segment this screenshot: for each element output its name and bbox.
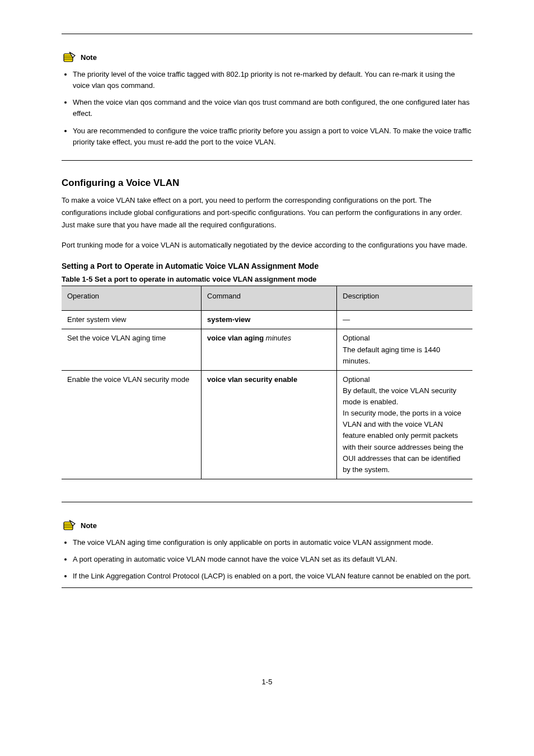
cell-operation: Enter system view <box>62 311 202 329</box>
col-command: Command <box>202 286 337 311</box>
table-row: Set the voice VLAN aging time voice vlan… <box>62 329 472 370</box>
section-para-2: Port trunking mode for a voice VLAN is a… <box>62 239 472 251</box>
note-1-item: When the voice vlan qos command and the … <box>73 97 472 119</box>
note-icon <box>62 519 77 531</box>
cmd-text: voice vlan security enable <box>207 375 297 384</box>
note-icon <box>62 51 77 63</box>
config-table: Operation Command Description Enter syst… <box>62 286 472 479</box>
cmd-arg: minutes <box>266 334 292 342</box>
col-description: Description <box>337 286 472 311</box>
note-2-item: A port operating in automatic voice VLAN… <box>73 554 472 565</box>
cell-command: voice vlan aging minutes <box>202 329 337 370</box>
table-row: Enter system view system-view — <box>62 311 472 329</box>
cell-command: system-view <box>202 311 337 329</box>
cell-description: — <box>337 311 472 329</box>
page-number: 1-5 <box>62 678 472 686</box>
cell-operation: Enable the voice VLAN security mode <box>62 370 202 479</box>
note-header-1: Note <box>62 51 472 66</box>
col-operation: Operation <box>62 286 202 311</box>
note-1-item: The priority level of the voice traffic … <box>73 69 472 91</box>
note-2-item: The voice VLAN aging time configuration … <box>73 537 472 548</box>
table-caption: Table 1-5 Set a port to operate in autom… <box>62 275 472 283</box>
note-label: Note <box>81 521 97 530</box>
section-title: Configuring a Voice VLAN <box>62 178 472 189</box>
separator <box>62 587 472 588</box>
page-container: Note The priority level of the voice tra… <box>0 0 534 720</box>
note-1-list: The priority level of the voice traffic … <box>62 69 472 148</box>
note-header-2: Note <box>62 519 472 534</box>
section-para-1: To make a voice VLAN take effect on a po… <box>62 194 472 231</box>
note-2-item: If the Link Aggregation Control Protocol… <box>73 571 472 582</box>
subsection-title: Setting a Port to Operate in Automatic V… <box>62 262 472 270</box>
separator <box>62 160 472 161</box>
cell-description: Optional The default aging time is 1440 … <box>337 329 472 370</box>
note-block-2: Note The voice VLAN aging time configura… <box>62 519 472 582</box>
table-caption-text: Table 1-5 Set a port to operate in autom… <box>62 275 317 283</box>
cmd-text: system-view <box>207 315 250 324</box>
note-block-1: Note The priority level of the voice tra… <box>62 51 472 148</box>
top-separator <box>62 34 472 34</box>
note-label: Note <box>81 53 97 62</box>
table-header-row: Operation Command Description <box>62 286 472 311</box>
cmd-text: voice vlan aging <box>207 334 266 342</box>
cell-operation: Set the voice VLAN aging time <box>62 329 202 370</box>
separator <box>62 502 472 502</box>
table-row: Enable the voice VLAN security mode voic… <box>62 370 472 479</box>
cell-command: voice vlan security enable <box>202 370 337 479</box>
note-1-item: You are recommended to configure the voi… <box>73 125 472 148</box>
cell-description: Optional By default, the voice VLAN secu… <box>337 370 472 479</box>
note-2-list: The voice VLAN aging time configuration … <box>62 537 472 582</box>
